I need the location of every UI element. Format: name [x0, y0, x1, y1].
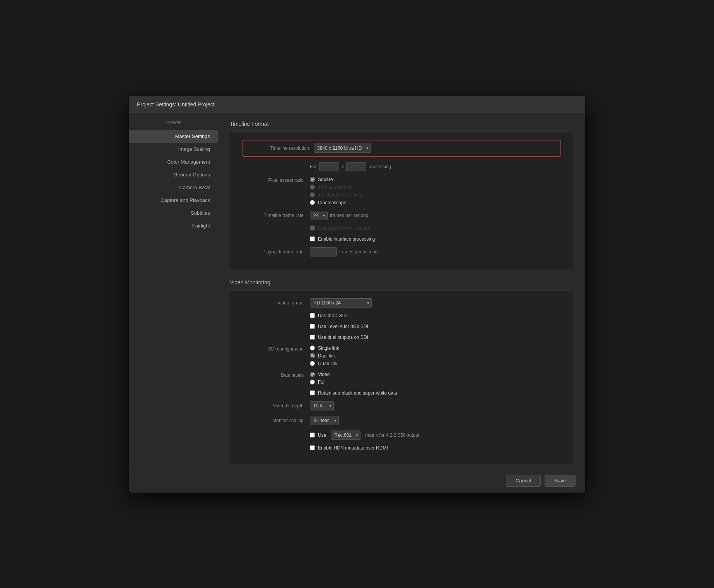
radio-cinemascope-label: Cinemascope [318, 200, 346, 205]
sidebar: Presets Master Settings Image Scaling Co… [129, 113, 218, 469]
radio-single-link-input[interactable] [310, 345, 315, 350]
frame-rate-row: Timeline frame rate 24 25 30 60 frames p… [242, 211, 561, 220]
sidebar-item-color-management[interactable]: Color Management [129, 156, 218, 168]
radio-dual-link-label: Dual link [318, 353, 336, 359]
matrix-checkbox-item[interactable]: Use [310, 432, 326, 438]
width-input[interactable]: 3840 [319, 162, 339, 171]
title-bar: Project Settings: Untitled Project [129, 96, 585, 113]
monitor-scaling-select[interactable]: Bilinear Bicubic Nearest [310, 416, 339, 425]
frames-per-second-label: frames per second [330, 213, 368, 218]
use-444-item[interactable]: Use 4:4:4 SDI [310, 313, 347, 318]
matrix-select-wrap[interactable]: Rec.601 Rec.709 [331, 431, 360, 440]
matrix-label: matrix for 4:2:2 SDI output [365, 432, 419, 438]
resolution-select-wrap[interactable]: 3840 x 2160 Ultra HD 1920 x 1080 HD 4096… [314, 144, 371, 153]
main-content: Timeline Format Timeline resolution 3840… [218, 113, 585, 469]
video-format-label: Video format [242, 300, 304, 306]
radio-single-link-label: Single link [318, 345, 339, 351]
radio-cinemascope-input[interactable] [310, 200, 315, 205]
video-format-select-wrap[interactable]: HD 1080p 24 HD 1080p 25 HD 1080i 50 [310, 298, 372, 308]
monitor-scaling-row: Monitor scaling Bilinear Bicubic Nearest [242, 416, 561, 425]
resolution-row: Timeline resolution 3840 x 2160 Ultra HD… [242, 140, 561, 157]
video-bit-depth-select-wrap[interactable]: 8 bit 10 bit 12 bit [310, 401, 334, 410]
radio-quad-link-input[interactable] [310, 361, 315, 366]
video-monitoring-box: Video format HD 1080p 24 HD 1080p 25 HD … [230, 290, 573, 464]
pixel-aspect-radio-group: Square 16:9 anamorphic 4:3 standard defi… [310, 177, 364, 205]
enable-hdr-item[interactable]: Enable HDR metadata over HDMI [310, 445, 388, 451]
radio-quad-link[interactable]: Quad link [310, 361, 339, 366]
pixel-aspect-row: Pixel aspect ratio Square 16:9 anamorphi… [242, 177, 561, 205]
use-level-a-item[interactable]: Use Level A for 3Gb SDI [310, 324, 368, 329]
radio-169[interactable]: 16:9 anamorphic [310, 185, 364, 190]
video-format-select[interactable]: HD 1080p 24 HD 1080p 25 HD 1080i 50 [310, 298, 372, 308]
radio-dual-link[interactable]: Dual link [310, 353, 339, 359]
retain-subblack-row: Retain sub-black and super-white data [242, 390, 561, 396]
frame-rate-select[interactable]: 24 25 30 60 [310, 211, 328, 220]
retain-subblack-label: Retain sub-black and super-white data [318, 390, 397, 396]
drop-frame-row: Use drop frame timecode [242, 226, 561, 231]
for-processing-row: For 3840 x 2160 processing [242, 162, 561, 171]
pixel-aspect-label: Pixel aspect ratio [242, 177, 304, 183]
video-format-row: Video format HD 1080p 24 HD 1080p 25 HD … [242, 298, 561, 308]
height-input[interactable]: 2160 [346, 162, 366, 171]
radio-single-link[interactable]: Single link [310, 345, 339, 351]
radio-full-input[interactable] [310, 379, 315, 385]
processing-label: processing [369, 164, 391, 169]
dialog-body: Presets Master Settings Image Scaling Co… [129, 113, 585, 469]
playback-rate-row: Playback frame rate 24 frames per second [242, 247, 561, 256]
matrix-select[interactable]: Rec.601 Rec.709 [331, 431, 360, 440]
playback-rate-input[interactable]: 24 [310, 247, 337, 256]
sidebar-item-subtitles[interactable]: Subtitles [129, 207, 218, 219]
for-label: For [310, 164, 317, 169]
sidebar-item-capture-playback[interactable]: Capture and Playback [129, 194, 218, 207]
video-bit-depth-select[interactable]: 8 bit 10 bit 12 bit [310, 401, 334, 410]
timeline-format-box: Timeline resolution 3840 x 2160 Ultra HD… [230, 132, 573, 270]
sidebar-item-image-scaling[interactable]: Image Scaling [129, 143, 218, 156]
playback-rate-label: Playback frame rate [242, 249, 304, 255]
retain-subblack-item[interactable]: Retain sub-black and super-white data [310, 390, 397, 396]
timeline-format-title: Timeline Format [230, 121, 573, 127]
enable-hdr-checkbox[interactable] [310, 445, 315, 450]
radio-full-label: Full [318, 379, 325, 385]
sdi-config-label: SDI configuration [242, 345, 304, 352]
dual-outputs-label: Use dual outputs on SDI [318, 335, 368, 340]
radio-full[interactable]: Full [310, 379, 330, 385]
monitor-scaling-label: Monitor scaling [242, 418, 304, 423]
radio-dual-link-input[interactable] [310, 353, 315, 358]
resolution-label: Timeline resolution [247, 145, 309, 151]
radio-video-input[interactable] [310, 372, 315, 377]
sdi-config-row: SDI configuration Single link Dual link [242, 345, 561, 366]
interlace-label: Enable interlace processing [318, 236, 375, 242]
save-button[interactable]: Save [545, 475, 576, 487]
sidebar-item-camera-raw[interactable]: Camera RAW [129, 181, 218, 194]
use-444-checkbox[interactable] [310, 313, 315, 318]
sidebar-item-fairlight[interactable]: Fairlight [129, 219, 218, 232]
dual-outputs-item[interactable]: Use dual outputs on SDI [310, 335, 368, 340]
use-level-a-checkbox[interactable] [310, 324, 315, 329]
monitor-scaling-select-wrap[interactable]: Bilinear Bicubic Nearest [310, 416, 339, 425]
drop-frame-checkbox-item[interactable]: Use drop frame timecode [310, 226, 370, 231]
retain-subblack-checkbox[interactable] [310, 390, 315, 395]
radio-43-input[interactable] [310, 192, 315, 197]
use-level-a-row: Use Level A for 3Gb SDI [242, 324, 561, 329]
radio-169-input[interactable] [310, 185, 315, 190]
interlace-checkbox-item[interactable]: Enable interlace processing [310, 236, 375, 242]
frame-rate-select-wrap[interactable]: 24 25 30 60 [310, 211, 328, 220]
radio-quad-link-label: Quad link [318, 361, 338, 366]
radio-square-input[interactable] [310, 177, 315, 182]
matrix-checkbox[interactable] [310, 432, 315, 438]
data-levels-radio-group: Video Full [310, 372, 330, 385]
dual-outputs-checkbox[interactable] [310, 335, 315, 340]
drop-frame-checkbox[interactable] [310, 226, 315, 231]
interlace-checkbox[interactable] [310, 236, 315, 241]
sidebar-item-general-options[interactable]: General Options [129, 168, 218, 181]
footer: Cancel Save [129, 469, 585, 492]
radio-cinemascope[interactable]: Cinemascope [310, 200, 364, 205]
cancel-button[interactable]: Cancel [506, 475, 541, 487]
sidebar-item-master-settings[interactable]: Master Settings [129, 130, 218, 143]
radio-43[interactable]: 4:3 standard definition [310, 192, 364, 198]
use-444-label: Use 4:4:4 SDI [318, 313, 347, 318]
radio-square-label: Square [318, 177, 333, 182]
radio-square[interactable]: Square [310, 177, 364, 182]
radio-video[interactable]: Video [310, 372, 330, 377]
resolution-select[interactable]: 3840 x 2160 Ultra HD 1920 x 1080 HD 4096… [314, 144, 371, 153]
